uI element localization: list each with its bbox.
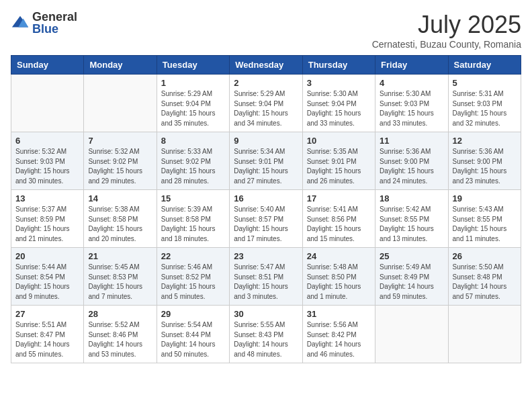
day-number: 10 xyxy=(307,136,371,146)
day-info: Sunrise: 5:47 AM Sunset: 8:51 PM Dayligh… xyxy=(234,263,298,302)
day-number: 21 xyxy=(88,251,152,261)
day-info: Sunrise: 5:43 AM Sunset: 8:55 PM Dayligh… xyxy=(453,205,517,244)
calendar-cell: 12Sunrise: 5:36 AM Sunset: 9:00 PM Dayli… xyxy=(448,132,521,190)
day-info: Sunrise: 5:32 AM Sunset: 9:03 PM Dayligh… xyxy=(15,147,79,186)
day-number: 24 xyxy=(307,251,371,261)
day-info: Sunrise: 5:30 AM Sunset: 9:04 PM Dayligh… xyxy=(307,89,371,128)
calendar-cell: 4Sunrise: 5:30 AM Sunset: 9:03 PM Daylig… xyxy=(375,75,448,132)
calendar-cell: 19Sunrise: 5:43 AM Sunset: 8:55 PM Dayli… xyxy=(448,190,521,248)
header-cell-sunday: Sunday xyxy=(11,56,84,75)
day-info: Sunrise: 5:52 AM Sunset: 8:46 PM Dayligh… xyxy=(88,320,152,359)
day-info: Sunrise: 5:36 AM Sunset: 9:00 PM Dayligh… xyxy=(453,147,517,186)
day-info: Sunrise: 5:50 AM Sunset: 8:48 PM Dayligh… xyxy=(453,263,517,302)
day-info: Sunrise: 5:41 AM Sunset: 8:56 PM Dayligh… xyxy=(307,205,371,244)
day-number: 28 xyxy=(88,309,152,319)
calendar-cell xyxy=(375,306,448,363)
day-info: Sunrise: 5:55 AM Sunset: 8:43 PM Dayligh… xyxy=(234,320,298,359)
day-info: Sunrise: 5:35 AM Sunset: 9:01 PM Dayligh… xyxy=(307,147,371,186)
day-info: Sunrise: 5:31 AM Sunset: 9:03 PM Dayligh… xyxy=(453,89,517,128)
day-info: Sunrise: 5:29 AM Sunset: 9:04 PM Dayligh… xyxy=(234,89,298,128)
calendar-cell: 24Sunrise: 5:48 AM Sunset: 8:50 PM Dayli… xyxy=(302,248,375,306)
calendar-cell xyxy=(84,75,157,132)
header-cell-thursday: Thursday xyxy=(302,56,375,75)
calendar-cell: 26Sunrise: 5:50 AM Sunset: 8:48 PM Dayli… xyxy=(448,248,521,306)
calendar-cell: 6Sunrise: 5:32 AM Sunset: 9:03 PM Daylig… xyxy=(11,132,84,190)
header-cell-friday: Friday xyxy=(375,56,448,75)
day-info: Sunrise: 5:56 AM Sunset: 8:42 PM Dayligh… xyxy=(307,320,371,359)
logo-text: General Blue xyxy=(32,11,77,35)
day-number: 5 xyxy=(453,78,517,88)
calendar-cell: 10Sunrise: 5:35 AM Sunset: 9:01 PM Dayli… xyxy=(302,132,375,190)
logo-blue: Blue xyxy=(32,23,77,35)
header-cell-wednesday: Wednesday xyxy=(230,56,302,75)
calendar-cell: 1Sunrise: 5:29 AM Sunset: 9:04 PM Daylig… xyxy=(157,75,229,132)
calendar-body: 1Sunrise: 5:29 AM Sunset: 9:04 PM Daylig… xyxy=(11,75,521,363)
day-info: Sunrise: 5:40 AM Sunset: 8:57 PM Dayligh… xyxy=(234,205,298,244)
title-block: July 2025 Cernatesti, Buzau County, Roma… xyxy=(372,11,521,50)
day-info: Sunrise: 5:45 AM Sunset: 8:53 PM Dayligh… xyxy=(88,263,152,302)
day-number: 29 xyxy=(161,309,225,319)
calendar-cell: 16Sunrise: 5:40 AM Sunset: 8:57 PM Dayli… xyxy=(230,190,302,248)
day-info: Sunrise: 5:30 AM Sunset: 9:03 PM Dayligh… xyxy=(380,89,443,128)
logo-icon xyxy=(11,13,30,32)
day-number: 15 xyxy=(161,193,225,203)
week-row-4: 20Sunrise: 5:44 AM Sunset: 8:54 PM Dayli… xyxy=(11,248,521,306)
calendar-cell: 31Sunrise: 5:56 AM Sunset: 8:42 PM Dayli… xyxy=(302,306,375,363)
day-number: 20 xyxy=(15,251,79,261)
calendar-cell: 17Sunrise: 5:41 AM Sunset: 8:56 PM Dayli… xyxy=(302,190,375,248)
day-info: Sunrise: 5:46 AM Sunset: 8:52 PM Dayligh… xyxy=(161,263,225,302)
day-number: 4 xyxy=(380,78,443,88)
calendar-cell: 5Sunrise: 5:31 AM Sunset: 9:03 PM Daylig… xyxy=(448,75,521,132)
calendar-cell: 18Sunrise: 5:42 AM Sunset: 8:55 PM Dayli… xyxy=(375,190,448,248)
day-info: Sunrise: 5:37 AM Sunset: 8:59 PM Dayligh… xyxy=(15,205,79,244)
day-number: 14 xyxy=(88,193,152,203)
day-number: 17 xyxy=(307,193,371,203)
header-cell-saturday: Saturday xyxy=(448,56,521,75)
day-number: 1 xyxy=(161,78,225,88)
day-info: Sunrise: 5:33 AM Sunset: 9:02 PM Dayligh… xyxy=(161,147,225,186)
day-number: 31 xyxy=(307,309,371,319)
day-number: 3 xyxy=(307,78,371,88)
header-cell-monday: Monday xyxy=(84,56,157,75)
calendar-cell: 23Sunrise: 5:47 AM Sunset: 8:51 PM Dayli… xyxy=(230,248,302,306)
calendar-cell xyxy=(11,75,84,132)
calendar-cell: 28Sunrise: 5:52 AM Sunset: 8:46 PM Dayli… xyxy=(84,306,157,363)
calendar-cell: 15Sunrise: 5:39 AM Sunset: 8:58 PM Dayli… xyxy=(157,190,229,248)
day-info: Sunrise: 5:38 AM Sunset: 8:58 PM Dayligh… xyxy=(88,205,152,244)
day-info: Sunrise: 5:51 AM Sunset: 8:47 PM Dayligh… xyxy=(15,320,79,359)
day-number: 26 xyxy=(453,251,517,261)
calendar-cell: 7Sunrise: 5:32 AM Sunset: 9:02 PM Daylig… xyxy=(84,132,157,190)
calendar-cell: 2Sunrise: 5:29 AM Sunset: 9:04 PM Daylig… xyxy=(230,75,302,132)
subtitle: Cernatesti, Buzau County, Romania xyxy=(372,39,521,50)
calendar-cell: 29Sunrise: 5:54 AM Sunset: 8:44 PM Dayli… xyxy=(157,306,229,363)
day-number: 11 xyxy=(380,136,443,146)
week-row-1: 1Sunrise: 5:29 AM Sunset: 9:04 PM Daylig… xyxy=(11,75,521,132)
logo: General Blue xyxy=(11,11,77,35)
logo-general: General xyxy=(32,11,77,23)
calendar-cell: 3Sunrise: 5:30 AM Sunset: 9:04 PM Daylig… xyxy=(302,75,375,132)
calendar-cell: 27Sunrise: 5:51 AM Sunset: 8:47 PM Dayli… xyxy=(11,306,84,363)
week-row-5: 27Sunrise: 5:51 AM Sunset: 8:47 PM Dayli… xyxy=(11,306,521,363)
page-header: General Blue July 2025 Cernatesti, Buzau… xyxy=(11,11,521,50)
calendar-cell: 13Sunrise: 5:37 AM Sunset: 8:59 PM Dayli… xyxy=(11,190,84,248)
main-title: July 2025 xyxy=(372,11,521,39)
calendar: SundayMondayTuesdayWednesdayThursdayFrid… xyxy=(11,55,521,363)
day-info: Sunrise: 5:32 AM Sunset: 9:02 PM Dayligh… xyxy=(88,147,152,186)
day-number: 2 xyxy=(234,78,298,88)
calendar-cell: 21Sunrise: 5:45 AM Sunset: 8:53 PM Dayli… xyxy=(84,248,157,306)
calendar-cell: 22Sunrise: 5:46 AM Sunset: 8:52 PM Dayli… xyxy=(157,248,229,306)
day-info: Sunrise: 5:48 AM Sunset: 8:50 PM Dayligh… xyxy=(307,263,371,302)
day-number: 25 xyxy=(380,251,443,261)
calendar-cell: 14Sunrise: 5:38 AM Sunset: 8:58 PM Dayli… xyxy=(84,190,157,248)
calendar-cell: 11Sunrise: 5:36 AM Sunset: 9:00 PM Dayli… xyxy=(375,132,448,190)
day-number: 13 xyxy=(15,193,79,203)
calendar-cell: 20Sunrise: 5:44 AM Sunset: 8:54 PM Dayli… xyxy=(11,248,84,306)
day-number: 27 xyxy=(15,309,79,319)
week-row-2: 6Sunrise: 5:32 AM Sunset: 9:03 PM Daylig… xyxy=(11,132,521,190)
header-row: SundayMondayTuesdayWednesdayThursdayFrid… xyxy=(11,56,521,75)
header-cell-tuesday: Tuesday xyxy=(157,56,229,75)
calendar-cell: 30Sunrise: 5:55 AM Sunset: 8:43 PM Dayli… xyxy=(230,306,302,363)
day-info: Sunrise: 5:29 AM Sunset: 9:04 PM Dayligh… xyxy=(161,89,225,128)
calendar-header: SundayMondayTuesdayWednesdayThursdayFrid… xyxy=(11,56,521,75)
day-info: Sunrise: 5:34 AM Sunset: 9:01 PM Dayligh… xyxy=(234,147,298,186)
